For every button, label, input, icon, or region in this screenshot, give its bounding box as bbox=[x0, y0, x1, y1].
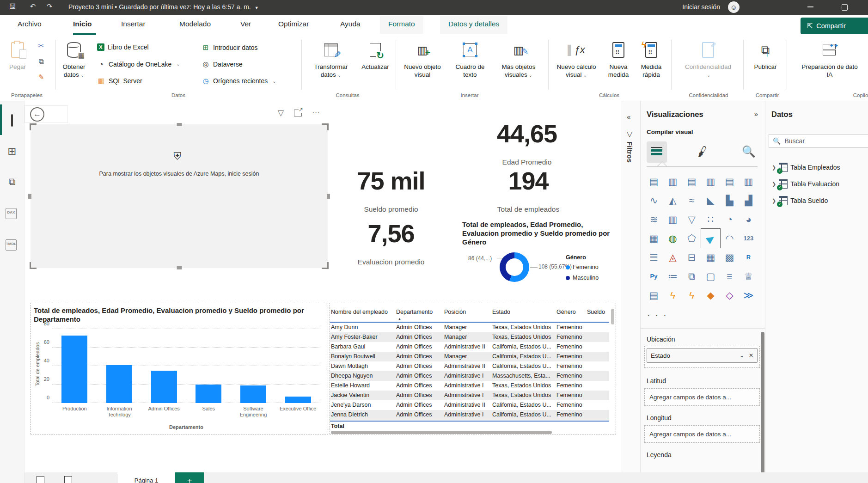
column-header[interactable]: Género bbox=[556, 309, 585, 315]
smart-narrative-icon[interactable]: ▢ bbox=[701, 267, 720, 286]
bar-information-technlogy[interactable] bbox=[106, 365, 132, 403]
selection-handle[interactable] bbox=[30, 123, 37, 130]
column-header[interactable]: Estado bbox=[492, 309, 555, 315]
save-icon[interactable]: 🖫 bbox=[6, 2, 18, 10]
decomposition-tree-icon[interactable]: ⧉ bbox=[682, 267, 701, 286]
cut-button[interactable]: ✂ bbox=[37, 42, 45, 50]
undo-icon[interactable]: ↶ bbox=[27, 2, 39, 11]
table-row[interactable]: Amy Foster-BakerAdmin Offices ManagerTex… bbox=[330, 332, 609, 342]
maximize-button[interactable] bbox=[842, 4, 848, 11]
model-view-button[interactable]: ⧉ bbox=[6, 176, 18, 189]
sql-server-button[interactable]: ▥SQL Server bbox=[97, 77, 142, 85]
more-visual-options[interactable]: · · · bbox=[647, 310, 668, 320]
data-table-item[interactable]: ❯ ✓ Tabla Evaluacion bbox=[772, 179, 839, 189]
waterfall-chart-icon[interactable]: ▥ bbox=[663, 210, 682, 229]
gauge-icon[interactable]: ◠ bbox=[720, 229, 739, 248]
panel-scrollbar[interactable] bbox=[761, 332, 764, 483]
chevron-right-icon[interactable]: ❯ bbox=[772, 198, 776, 204]
tab-modelado[interactable]: Modelado bbox=[179, 20, 211, 28]
kpi-icon[interactable]: ◬ bbox=[663, 248, 682, 267]
matrix-icon[interactable]: ▩ bbox=[720, 248, 739, 267]
table-visual[interactable]: Nombre del empleado Departamento Posició… bbox=[330, 303, 616, 434]
title-dropdown-caret[interactable]: ▼ bbox=[255, 6, 259, 10]
new-page-button[interactable]: ＋ bbox=[175, 472, 204, 483]
dynamic-card-icon[interactable]: ϟ bbox=[663, 286, 682, 305]
tab-datos-y-detalles[interactable]: Datos y detalles bbox=[440, 16, 507, 34]
legend-item-femenino[interactable]: Femenino bbox=[566, 264, 599, 270]
table-row[interactable]: Amy DunnAdmin Offices ManagerTexas, Esta… bbox=[330, 323, 609, 332]
recent-sources-button[interactable]: ◷Orígenes recientes⌄ bbox=[202, 77, 276, 85]
publish-button[interactable]: ⧉ Publicar bbox=[747, 40, 784, 71]
table-vertical-scrollbar[interactable] bbox=[611, 309, 614, 324]
selection-handle[interactable] bbox=[322, 262, 329, 269]
bar-chart-visual[interactable]: Total de empleados, Edad Promedio, Evalu… bbox=[31, 303, 328, 434]
quick-measure-button[interactable]: ϟ Medidarápida bbox=[636, 40, 666, 79]
stacked-column-chart-icon[interactable]: ▥ bbox=[663, 172, 682, 191]
data-search-box[interactable]: 🔍 Buscar bbox=[769, 134, 868, 148]
chevron-down-icon[interactable]: ⌄ bbox=[740, 352, 744, 359]
table-row[interactable]: Jackie ValentinAdmin Offices Administrat… bbox=[330, 391, 609, 400]
format-visual-tab[interactable]: 🖌 bbox=[695, 144, 709, 159]
bar-sales[interactable] bbox=[196, 385, 221, 403]
enter-data-button[interactable]: ⊞Introducir datos bbox=[202, 43, 258, 52]
build-visual-tab[interactable] bbox=[647, 141, 667, 163]
python-icon[interactable]: Py bbox=[644, 267, 663, 286]
kpi-total-empleados-value[interactable]: 194 bbox=[508, 166, 548, 195]
tab-formato[interactable]: Formato bbox=[380, 16, 423, 34]
report-view-button[interactable] bbox=[6, 115, 18, 128]
back-button[interactable]: ← bbox=[30, 107, 44, 122]
table-row[interactable]: Estelle HowardAdmin Offices Administrati… bbox=[330, 381, 609, 391]
location-field-chip[interactable]: Estado ⌄ ✕ bbox=[647, 348, 758, 363]
focus-mode-icon[interactable] bbox=[294, 110, 302, 116]
analytics-tab[interactable]: 🔍 bbox=[742, 145, 756, 158]
latitude-well[interactable]: Agregar campos de datos a... bbox=[644, 388, 760, 406]
format-painter-button[interactable]: ✎ bbox=[37, 73, 45, 81]
excel-workbook-button[interactable]: XLibro de Excel bbox=[97, 43, 149, 51]
table-row[interactable]: Dheepa NguyenAdmin Offices Administrativ… bbox=[330, 371, 609, 381]
filled-map-icon[interactable]: ⬠ bbox=[682, 229, 701, 248]
previous-page-icon[interactable] bbox=[37, 476, 44, 483]
copy-button[interactable]: ⧉ bbox=[37, 57, 45, 66]
text-box-button[interactable]: A Cuadro detexto bbox=[449, 40, 491, 79]
azure-map-icon[interactable]: ▶ bbox=[701, 229, 720, 248]
filters-panel-label[interactable]: Filtros bbox=[626, 141, 634, 163]
funnel-chart-icon[interactable]: ▽ bbox=[682, 210, 701, 229]
sign-in-link[interactable]: Iniciar sesión bbox=[682, 3, 720, 11]
collapse-panel-icon[interactable]: » bbox=[754, 110, 758, 118]
paginated-report-icon[interactable]: ≡ bbox=[720, 267, 739, 286]
selection-handle[interactable] bbox=[30, 262, 37, 269]
donut-chart[interactable] bbox=[500, 252, 529, 282]
tmdl-view-button[interactable]: TMDL bbox=[6, 239, 18, 252]
table-row[interactable]: Jene'ya DarsonAdmin Offices Administrati… bbox=[330, 400, 609, 410]
report-icon[interactable]: ▤ bbox=[644, 286, 663, 305]
dax-query-view-button[interactable]: DAX bbox=[6, 208, 18, 221]
selection-handle[interactable] bbox=[322, 123, 329, 130]
bar-software-engineering[interactable] bbox=[240, 385, 266, 403]
chevron-right-icon[interactable]: ❯ bbox=[772, 165, 776, 171]
ai-data-prep-button[interactable]: ✦✦ Preparación de datoIA bbox=[791, 40, 868, 79]
parameters-slicer-icon[interactable]: ≔ bbox=[663, 267, 682, 286]
scatter-chart-icon[interactable]: ∷ bbox=[701, 210, 720, 229]
account-avatar[interactable]: ☺ bbox=[728, 1, 740, 13]
new-measure-button[interactable]: Nuevamedida bbox=[604, 40, 633, 79]
table-row[interactable]: Barbara GaulAdmin Offices Administrative… bbox=[330, 342, 609, 352]
card-icon[interactable]: 123 bbox=[739, 229, 758, 248]
table-icon[interactable]: ▦ bbox=[701, 248, 720, 267]
table-horizontal-scrollbar[interactable] bbox=[331, 431, 552, 434]
stacked-area-chart-icon[interactable]: ≈ bbox=[682, 191, 701, 210]
tab-insertar[interactable]: Insertar bbox=[121, 20, 146, 28]
chevron-right-icon[interactable]: ❯ bbox=[772, 181, 776, 187]
redo-icon[interactable]: ↷ bbox=[43, 2, 55, 11]
paste-button[interactable]: Pegar bbox=[6, 40, 30, 71]
kpi-edad-promedio-value[interactable]: 44,65 bbox=[497, 119, 557, 148]
minimize-button[interactable] bbox=[807, 6, 813, 7]
more-options-icon[interactable]: ··· bbox=[312, 108, 320, 118]
data-table-item[interactable]: ❯ ✓ Tabla Sueldo bbox=[772, 196, 828, 205]
100-stacked-area-chart-icon[interactable]: ◣ bbox=[701, 191, 720, 210]
expand-panel-icon[interactable]: « bbox=[627, 113, 630, 121]
pie-chart-icon[interactable]: ◔ bbox=[720, 210, 739, 229]
multi-row-card-icon[interactable]: ☰ bbox=[644, 248, 663, 267]
page-tab[interactable]: Página 1 bbox=[117, 472, 175, 483]
get-data-button[interactable]: Obtener datos⌄ bbox=[60, 40, 88, 79]
kpi-sueldo-promedio-value[interactable]: 75 mil bbox=[357, 166, 425, 195]
